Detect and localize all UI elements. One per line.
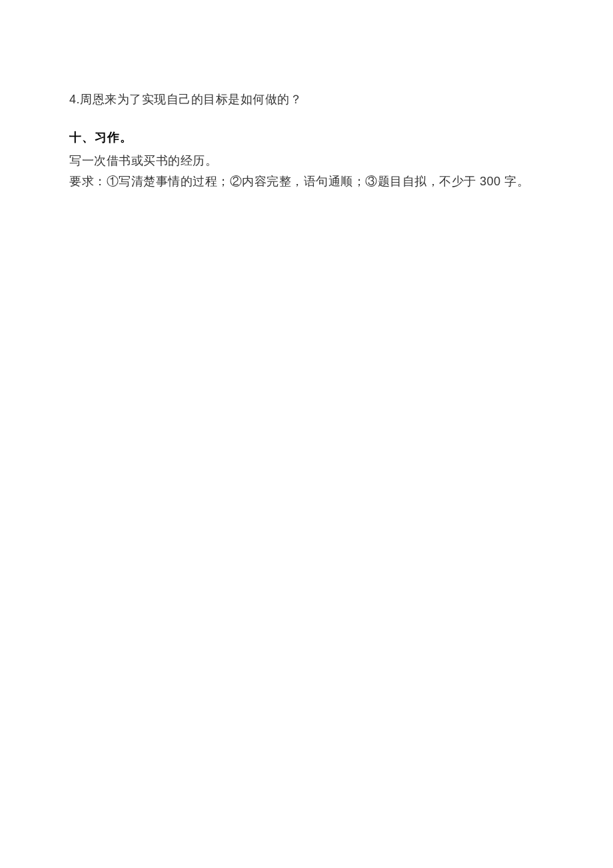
section-10-title: 十、习作。 xyxy=(69,128,540,147)
question-4-text: 4.周恩来为了实现自己的目标是如何做的？ xyxy=(69,90,540,109)
writing-requirements: 要求：①写清楚事情的过程；②内容完整，语句通顺；③题目自拟，不少于 300 字。 xyxy=(69,171,540,193)
writing-prompt: 写一次借书或买书的经历。 xyxy=(69,151,540,172)
